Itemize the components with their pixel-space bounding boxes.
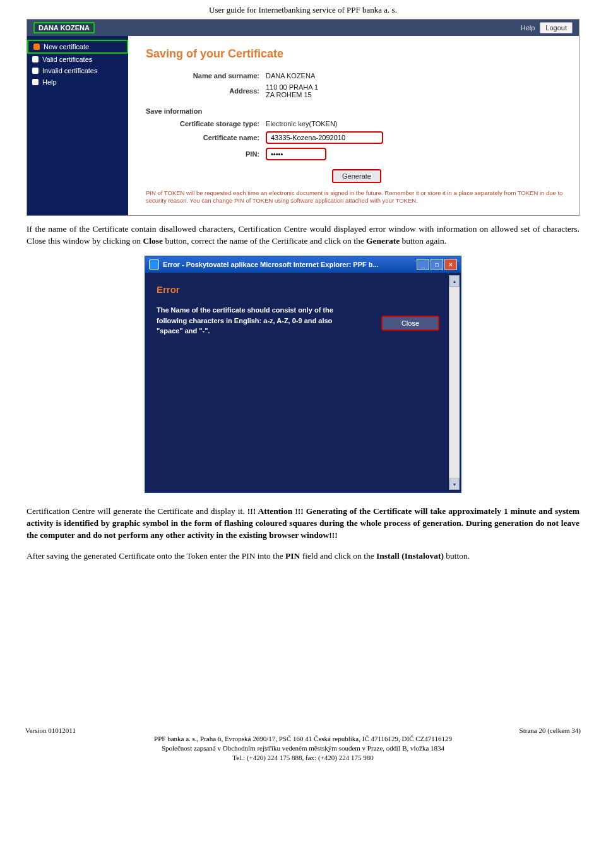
bullet-icon [32, 68, 39, 74]
footer-line: Tel.: (+420) 224 175 888, fax: (+420) 22… [25, 753, 581, 763]
sidebar-item-new-certificate[interactable]: New certificate [27, 40, 128, 54]
certname-label: Certificate name: [146, 134, 266, 141]
warning-text: PIN of TOKEN will be requested each time… [146, 189, 567, 205]
section-save-info: Save information [146, 107, 567, 115]
user-chip: DANA KOZENA [33, 22, 95, 33]
text: button again. [400, 236, 446, 246]
text-bold: PIN [285, 551, 300, 561]
page-number: Strana 20 (celkem 34) [520, 727, 581, 734]
help-link[interactable]: Help [521, 24, 535, 32]
close-icon[interactable]: × [444, 259, 457, 270]
sidebar-item-label: New certificate [44, 43, 89, 51]
screenshot-app: DANA KOZENA Help Logout New certificate … [27, 19, 579, 216]
sidebar-item-label: Help [42, 78, 57, 86]
text: field and click on the [300, 551, 376, 561]
bullet-icon [32, 56, 39, 62]
paragraph: Certification Centre will generate the C… [27, 506, 579, 542]
footer-line: PPF banka a. s., Praha 6, Evropská 2690/… [25, 734, 581, 744]
minimize-icon[interactable]: _ [417, 259, 429, 270]
text-bold: Install (Instalovat) [376, 551, 444, 561]
storage-label: Certificate storage type: [146, 120, 266, 128]
modal-title-text: Error - Poskytovatel aplikace Microsoft … [163, 261, 379, 268]
bullet-icon [32, 79, 39, 85]
text: button, correct the name of the Certific… [163, 236, 366, 246]
top-bar: DANA KOZENA Help Logout [27, 20, 579, 36]
sidebar-item-invalid-certificates[interactable]: Invalid certificates [27, 65, 128, 76]
name-label: Name and surname: [146, 72, 266, 80]
sidebar-item-label: Invalid certificates [42, 67, 97, 74]
main-panel: Saving of your Certificate Name and surn… [128, 36, 579, 215]
footer-line: Společnost zapsaná v Obchodním rejstříku… [25, 744, 581, 753]
paragraph: If the name of the Certificate contain d… [27, 223, 579, 247]
address-label: Address: [146, 87, 266, 95]
text-bold: Generate [366, 236, 400, 246]
scroll-up-icon[interactable]: ▴ [449, 275, 460, 287]
bullet-icon [33, 44, 40, 50]
footer: Version 01012011 Strana 20 (celkem 34) P… [25, 727, 581, 763]
storage-value: Electronic key(TOKEN) [266, 120, 338, 128]
pin-label: PIN: [146, 150, 266, 158]
modal-body: Error The Name of the certificate should… [145, 273, 461, 492]
sidebar: New certificate Valid certificates Inval… [27, 36, 128, 215]
error-text: The Name of the certificate should consi… [157, 305, 346, 336]
certificate-name-input[interactable] [266, 131, 383, 144]
error-heading: Error [157, 284, 449, 295]
sidebar-item-valid-certificates[interactable]: Valid certificates [27, 54, 128, 65]
version-text: Version 01012011 [25, 727, 76, 734]
text: Certification Centre will generate the C… [27, 506, 245, 516]
sidebar-item-label: Valid certificates [42, 56, 92, 63]
modal-titlebar: Error - Poskytovatel aplikace Microsoft … [145, 256, 461, 273]
name-value: DANA KOZENA [266, 72, 315, 80]
text-bold: Close [143, 236, 163, 246]
panel-title: Saving of your Certificate [146, 47, 567, 61]
doc-header: User guide for Internetbanking service o… [25, 0, 581, 19]
text: button. [444, 551, 470, 561]
address-value: 110 00 PRAHA 1 ZA ROHEM 15 [266, 83, 318, 98]
maximize-icon[interactable]: □ [431, 259, 443, 270]
close-button[interactable]: Close [381, 316, 439, 331]
generate-button[interactable]: Generate [332, 169, 381, 183]
paragraph: After saving the generated Certificate o… [27, 550, 579, 562]
sidebar-item-help[interactable]: Help [27, 76, 128, 88]
scroll-down-icon[interactable]: ▾ [449, 479, 460, 490]
text: After saving the generated Certificate o… [27, 551, 285, 561]
scrollbar[interactable]: ▴ ▾ [449, 275, 460, 490]
pin-input[interactable] [266, 148, 326, 160]
ie-icon [149, 259, 159, 270]
logout-button[interactable]: Logout [540, 22, 573, 33]
address-line: ZA ROHEM 15 [266, 91, 318, 98]
address-line: 110 00 PRAHA 1 [266, 83, 318, 91]
error-modal: Error - Poskytovatel aplikace Microsoft … [145, 256, 461, 493]
